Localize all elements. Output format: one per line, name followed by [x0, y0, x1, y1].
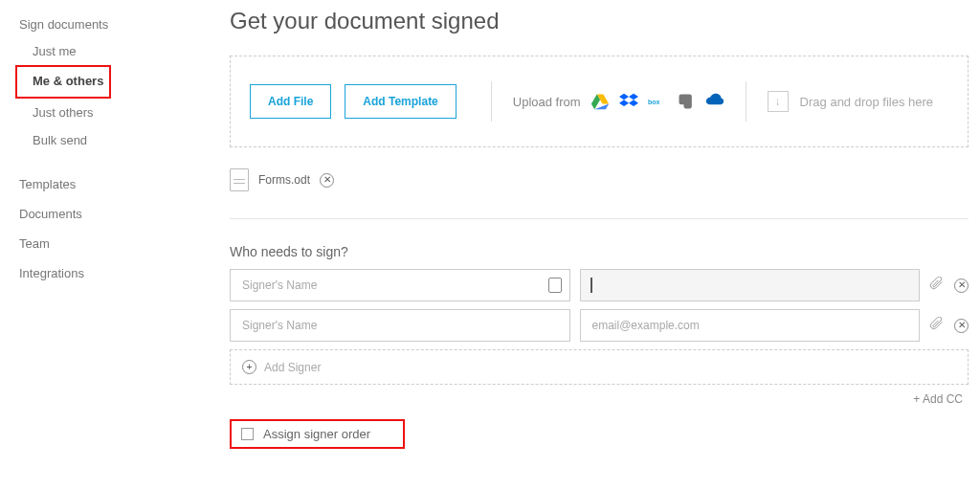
svg-text:box: box [648, 99, 660, 105]
svg-marker-5 [619, 100, 629, 106]
upload-zone[interactable]: Add File Add Template Upload from box ↓ … [230, 56, 969, 147]
download-icon: ↓ [768, 91, 789, 112]
svg-marker-4 [629, 94, 638, 100]
evernote-icon[interactable] [677, 92, 696, 111]
signer-2-email-input[interactable] [590, 318, 910, 333]
sidebar-item-just-me[interactable]: Just me [19, 37, 201, 65]
uploaded-file-chip: Forms.odt ✕ [230, 168, 969, 191]
add-cc-button[interactable]: + Add CC [230, 392, 963, 406]
upload-from-group: Upload from box [513, 92, 724, 111]
signer-2-name-input[interactable] [240, 318, 560, 333]
signer-2-name-field[interactable] [230, 309, 570, 342]
signer-2-email-field[interactable] [580, 309, 921, 342]
assign-order-label: Assign signer order [263, 427, 370, 441]
contacts-icon[interactable] [548, 278, 562, 293]
add-signer-button[interactable]: + Add Signer [230, 349, 969, 385]
assign-signer-order-row[interactable]: Assign signer order [230, 419, 405, 449]
sidebar: Sign documents Just me Me & others Just … [0, 0, 201, 490]
onedrive-icon[interactable] [705, 92, 724, 111]
highlight-me-and-others: Me & others [15, 65, 111, 99]
signer-row-2: ✕ [230, 309, 969, 342]
box-icon[interactable]: box [648, 92, 667, 111]
add-template-button[interactable]: Add Template [345, 84, 456, 119]
remove-signer-1-button[interactable]: ✕ [954, 278, 969, 293]
sidebar-section-sign: Sign documents [19, 11, 201, 37]
upload-from-label: Upload from [513, 95, 581, 109]
sidebar-item-templates[interactable]: Templates [19, 171, 201, 197]
signer-1-name-field[interactable] [230, 269, 570, 301]
remove-signer-2-button[interactable]: ✕ [954, 319, 969, 333]
separator [491, 81, 492, 122]
sidebar-item-just-others[interactable]: Just others [19, 99, 201, 126]
separator-2 [746, 81, 746, 122]
attachment-icon-2[interactable] [929, 317, 945, 335]
page-title: Get your document signed [230, 8, 969, 34]
assign-order-checkbox[interactable] [241, 428, 254, 440]
file-icon [230, 168, 249, 191]
add-signer-label: Add Signer [264, 361, 321, 374]
signer-row-1: ✕ [230, 269, 969, 301]
sidebar-item-me-and-others[interactable]: Me & others [23, 67, 103, 95]
svg-marker-3 [619, 94, 629, 100]
main: Get your document signed Add File Add Te… [201, 0, 980, 490]
drag-drop-label: Drag and drop files here [800, 95, 933, 109]
sidebar-item-documents[interactable]: Documents [19, 201, 201, 227]
dropbox-icon[interactable] [619, 92, 638, 111]
signer-1-name-input[interactable] [240, 278, 560, 293]
plus-icon: + [242, 360, 256, 374]
uploaded-file-name: Forms.odt [258, 173, 310, 187]
svg-marker-6 [629, 100, 638, 106]
sidebar-item-bulk-send[interactable]: Bulk send [19, 126, 201, 154]
who-signs-label: Who needs to sign? [230, 244, 969, 259]
signer-1-email-field[interactable] [580, 269, 921, 301]
divider [230, 218, 969, 219]
remove-file-button[interactable]: ✕ [320, 173, 334, 188]
google-drive-icon[interactable] [590, 92, 610, 111]
text-caret [590, 278, 592, 293]
drag-drop-area[interactable]: ↓ Drag and drop files here [768, 91, 933, 112]
sidebar-item-team[interactable]: Team [19, 231, 201, 256]
add-file-button[interactable]: Add File [250, 84, 331, 119]
sidebar-item-integrations[interactable]: Integrations [19, 260, 201, 286]
attachment-icon[interactable] [929, 277, 945, 295]
